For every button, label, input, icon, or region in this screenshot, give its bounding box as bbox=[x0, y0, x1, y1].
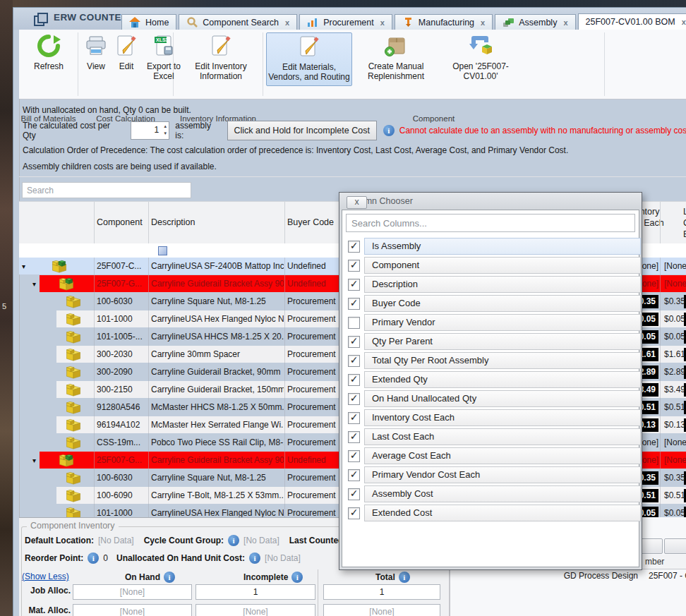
column-chooser-item-label[interactable]: Extended Cost bbox=[364, 505, 641, 521]
expander-icon[interactable]: ▾ bbox=[32, 452, 36, 469]
column-chooser-dialog[interactable]: Column Chooser x ✓Is Assembly✓Component✓… bbox=[339, 192, 642, 570]
checked-checkbox[interactable]: ✓ bbox=[348, 393, 360, 405]
column-header-component[interactable]: Component bbox=[97, 217, 143, 227]
panel-button[interactable] bbox=[639, 538, 663, 554]
checked-checkbox[interactable]: ✓ bbox=[348, 279, 360, 291]
checked-checkbox[interactable]: ✓ bbox=[348, 412, 360, 424]
close-button[interactable]: x bbox=[347, 196, 367, 209]
column-chooser-item-label[interactable]: Description bbox=[364, 276, 641, 293]
checked-checkbox[interactable]: ✓ bbox=[348, 507, 360, 519]
checked-checkbox[interactable]: ✓ bbox=[348, 450, 360, 462]
tab-component-search[interactable]: Component Search x bbox=[179, 14, 297, 30]
column-header-description[interactable]: Description bbox=[151, 217, 195, 227]
column-header-buyer-code[interactable]: Buyer Code bbox=[287, 217, 334, 227]
column-chooser-item[interactable]: ✓Extended Cost bbox=[342, 505, 637, 521]
edit-button[interactable]: Edit bbox=[112, 32, 140, 85]
column-chooser-item[interactable]: ✓Extended Qty bbox=[342, 371, 637, 388]
close-icon[interactable]: x bbox=[380, 18, 385, 27]
column-chooser-item[interactable]: ✓Assembly Cost bbox=[342, 485, 637, 502]
column-chooser-item[interactable]: ✓Inventory Cost Each bbox=[342, 409, 637, 426]
checked-checkbox[interactable]: ✓ bbox=[348, 336, 360, 348]
column-chooser-item-label[interactable]: Average Cost Each bbox=[364, 447, 641, 464]
column-chooser-item[interactable]: ✓Primary Vendor Cost Each bbox=[342, 466, 637, 483]
checked-checkbox[interactable]: ✓ bbox=[348, 488, 360, 500]
checked-checkbox[interactable]: ✓ bbox=[348, 374, 360, 386]
on-hand-field[interactable]: [None] bbox=[73, 604, 192, 616]
checked-checkbox[interactable]: ✓ bbox=[348, 298, 360, 310]
quantity-stepper[interactable]: 1 ▲▼ bbox=[131, 121, 170, 140]
column-chooser-item-label[interactable]: Primary Vendor bbox=[364, 314, 641, 331]
expander-icon[interactable]: ▾ bbox=[32, 275, 36, 293]
close-icon[interactable]: x bbox=[563, 18, 567, 27]
unchecked-checkbox[interactable] bbox=[348, 317, 360, 329]
column-chooser-item-label[interactable]: Qty Per Parent bbox=[364, 333, 641, 350]
close-icon[interactable]: x bbox=[285, 18, 289, 27]
column-chooser-item[interactable]: ✓Component bbox=[342, 257, 637, 274]
process-design-cell[interactable]: GD Process Design bbox=[450, 571, 638, 581]
column-chooser-item[interactable]: ✓Last Cost Each bbox=[342, 428, 637, 445]
incomplete-field[interactable]: [None] bbox=[195, 604, 315, 616]
column-chooser-item-label[interactable]: Primary Vendor Cost Each bbox=[364, 466, 641, 483]
column-chooser-item[interactable]: Primary Vendor bbox=[342, 314, 637, 331]
info-icon[interactable]: i bbox=[383, 125, 395, 136]
info-icon[interactable]: i bbox=[249, 552, 260, 564]
total-field[interactable]: 1 bbox=[323, 584, 440, 600]
edit-inventory-information-button[interactable]: Edit Inventory Information bbox=[181, 32, 260, 85]
column-chooser-item[interactable]: ✓Description bbox=[342, 276, 637, 293]
column-chooser-item[interactable]: ✓Qty Per Parent bbox=[342, 333, 637, 350]
tab-home[interactable]: Home bbox=[121, 14, 176, 30]
incomplete-field[interactable]: 1 bbox=[195, 584, 315, 600]
incomplete-cost-button[interactable]: Click and Hold for Incomplete Cost bbox=[227, 121, 377, 140]
column-chooser-item-label[interactable]: Is Assembly bbox=[364, 238, 641, 255]
expander-icon[interactable]: ▾ bbox=[22, 258, 25, 275]
checked-checkbox[interactable]: ✓ bbox=[348, 241, 360, 253]
open-assembly-button[interactable]: Open '25F007-CV01.00' bbox=[438, 32, 523, 85]
column-chooser-item-label[interactable]: On Hand Unallocated Qty bbox=[364, 390, 641, 407]
tab-procurement[interactable]: Procurement x bbox=[299, 14, 392, 30]
info-icon[interactable]: i bbox=[228, 535, 239, 546]
column-chooser-item-label[interactable]: Assembly Cost bbox=[364, 485, 641, 502]
tab-bom-active[interactable]: 25F007-CV01.00 BOM x bbox=[578, 13, 686, 30]
info-icon[interactable]: i bbox=[88, 552, 99, 564]
checked-checkbox[interactable]: ✓ bbox=[348, 355, 360, 367]
close-icon[interactable]: x bbox=[682, 18, 686, 26]
panel-button[interactable] bbox=[664, 538, 686, 554]
column-chooser-item[interactable]: ✓Total Qty Per Root Assembly bbox=[342, 352, 637, 369]
column-chooser-item[interactable]: ✓Buyer Code bbox=[342, 295, 637, 312]
last-cost-cell: $2.89 bbox=[664, 363, 686, 381]
filter-checkbox-icon[interactable] bbox=[158, 246, 167, 255]
info-icon[interactable]: i bbox=[164, 572, 175, 583]
spinner-arrows-icon[interactable]: ▲▼ bbox=[163, 123, 167, 137]
tab-assembly[interactable]: Assembly x bbox=[495, 14, 575, 30]
export-to-excel-button[interactable]: XLSX Export to Excel bbox=[142, 32, 186, 85]
on-hand-field[interactable]: [None] bbox=[73, 584, 192, 600]
close-icon[interactable]: x bbox=[481, 18, 485, 27]
column-chooser-item[interactable]: ✓Is Assembly bbox=[342, 238, 637, 255]
column-chooser-item-label[interactable]: Component bbox=[364, 257, 641, 274]
column-chooser-item[interactable]: ✓On Hand Unallocated Qty bbox=[342, 390, 637, 407]
refresh-button[interactable]: Refresh bbox=[25, 32, 73, 85]
create-manual-replenishment-button[interactable]: Create Manual Replenishment bbox=[356, 32, 435, 85]
column-chooser-item[interactable]: ✓Average Cost Each bbox=[342, 447, 637, 464]
search-input[interactable] bbox=[22, 182, 191, 198]
info-icon[interactable]: i bbox=[399, 572, 410, 583]
column-chooser-item-label[interactable]: Inventory Cost Each bbox=[364, 409, 641, 426]
column-chooser-item-label[interactable]: Extended Qty bbox=[364, 371, 641, 388]
checked-checkbox[interactable]: ✓ bbox=[348, 260, 360, 272]
info-icon[interactable]: i bbox=[291, 572, 303, 583]
show-less-link[interactable]: (Show Less) bbox=[22, 572, 69, 581]
column-search-input[interactable] bbox=[346, 214, 635, 232]
column-chooser-item-label[interactable]: Total Qty Per Root Assembly bbox=[364, 352, 641, 369]
view-button[interactable]: View bbox=[81, 32, 111, 85]
dialog-title-bar[interactable]: Column Chooser x bbox=[339, 193, 642, 210]
total-field[interactable]: [None] bbox=[323, 604, 440, 616]
checked-checkbox[interactable]: ✓ bbox=[348, 469, 360, 481]
edit-materials-vendors-routing-button[interactable]: Edit Materials, Vendors, and Routing bbox=[266, 32, 352, 86]
tab-manufacturing[interactable]: Manufacturing x bbox=[395, 14, 493, 30]
column-chooser-item-label[interactable]: Buyer Code bbox=[364, 295, 641, 312]
column-chooser-item-label[interactable]: Last Cost Each bbox=[364, 428, 641, 445]
part-number-cell[interactable]: 25F007 - GD Pro bbox=[649, 571, 686, 581]
column-header-last-cost-each[interactable]: Last Cost Each bbox=[683, 206, 686, 240]
grid-column-line bbox=[284, 258, 285, 517]
checked-checkbox[interactable]: ✓ bbox=[348, 431, 360, 443]
